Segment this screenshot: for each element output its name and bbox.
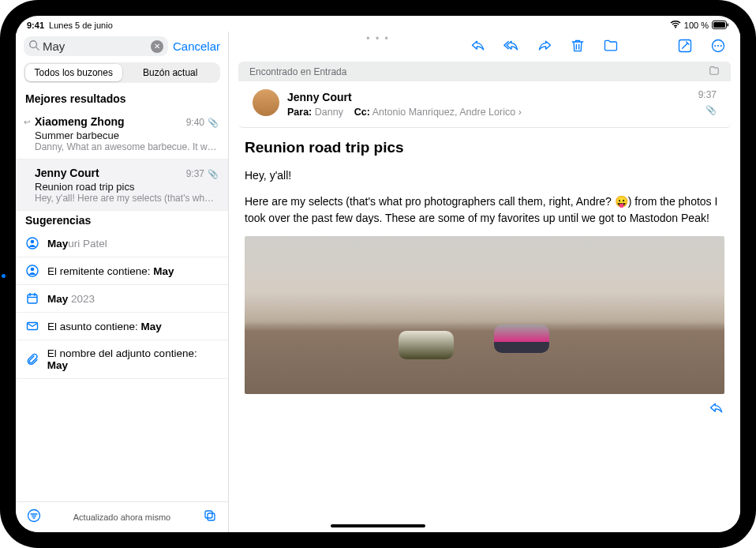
sender-name: Jenny Court	[35, 167, 99, 179]
reply-button[interactable]	[470, 38, 486, 57]
mail-icon	[25, 320, 39, 332]
header-sender-name: Jenny Court	[287, 89, 691, 105]
scope-current[interactable]: Buzón actual	[122, 64, 219, 81]
svg-rect-1	[713, 22, 725, 28]
suggestions-heading: Sugerencias	[16, 211, 228, 230]
sender-name: Xiaomeng Zhong	[35, 115, 125, 128]
attachment-icon: 📎	[208, 169, 219, 178]
email-subject: Reunion road trip pics	[245, 139, 724, 156]
move-folder-button[interactable]	[603, 38, 619, 57]
more-button[interactable]	[710, 38, 726, 57]
calendar-icon	[25, 292, 39, 305]
person-icon	[25, 237, 39, 250]
svg-rect-9	[28, 295, 37, 303]
message-subject: Summer barbecue	[35, 129, 219, 141]
message-time: 9:37	[186, 168, 204, 179]
message-header[interactable]: Jenny Court Para: Danny Cc: Antonio Manr…	[238, 81, 731, 128]
search-icon	[28, 39, 39, 53]
search-value: May	[43, 39, 65, 53]
replied-icon: ↩︎	[24, 118, 30, 126]
message-toolbar	[229, 32, 740, 62]
svg-rect-2	[728, 23, 729, 26]
filter-button[interactable]	[27, 509, 41, 526]
svg-point-23	[717, 45, 719, 47]
svg-point-6	[31, 240, 35, 244]
suggestion-subject[interactable]: El asunto contiene: May	[16, 313, 228, 340]
found-in-bar: Encontrado en Entrada	[238, 62, 731, 81]
clear-search-button[interactable]: ✕	[151, 40, 163, 53]
search-input[interactable]: May ✕	[24, 36, 168, 56]
cancel-button[interactable]: Cancelar	[173, 39, 220, 53]
stack-button[interactable]	[203, 509, 217, 526]
suggestion-date[interactable]: May 2023	[16, 285, 228, 313]
attachment-icon: 📎	[698, 105, 717, 115]
message-time: 9:40	[186, 117, 204, 128]
side-indicator-dot	[2, 274, 6, 278]
message-row[interactable]: Jenny Court 9:37📎 Reunion road trip pics…	[16, 160, 228, 211]
message-preview: Danny, What an awesome barbecue. It was …	[35, 141, 219, 152]
email-paragraph: Hey, y'all!	[245, 167, 724, 184]
compose-button[interactable]	[677, 38, 693, 57]
multitasking-dots[interactable]: • • •	[366, 33, 389, 44]
chevron-right-icon[interactable]: ›	[518, 107, 522, 118]
trash-button[interactable]	[570, 38, 586, 57]
inbox-icon	[709, 65, 720, 78]
paperclip-icon	[25, 353, 39, 366]
svg-rect-19	[208, 513, 215, 520]
battery-icon	[712, 21, 729, 31]
suggestion-attachment[interactable]: El nombre del adjunto contiene: May	[16, 340, 228, 379]
status-bar: 9:41 Lunes 5 de junio 100 %	[16, 16, 740, 32]
found-in-label: Encontrado en Entrada	[249, 66, 346, 77]
wifi-icon	[670, 21, 681, 31]
reply-button-bottom[interactable]	[709, 400, 724, 419]
top-hits-heading: Mejores resultados	[16, 89, 228, 108]
suggestion-person[interactable]: Mayuri Patel	[16, 230, 228, 257]
message-subject: Reunion road trip pics	[35, 181, 219, 193]
person-icon	[25, 265, 39, 277]
status-date: Lunes 5 de junio	[49, 21, 113, 30]
scope-segmented: Todos los buzones Buzón actual	[24, 62, 220, 83]
email-paragraph: Here are my selects (that's what pro pho…	[245, 193, 724, 227]
sender-avatar[interactable]	[253, 89, 279, 116]
reply-all-button[interactable]	[503, 38, 519, 57]
status-time: 9:41	[27, 21, 44, 30]
svg-point-24	[720, 45, 722, 47]
svg-point-22	[714, 45, 716, 47]
message-preview: Hey, y'all! Here are my selects (that's …	[35, 193, 219, 204]
svg-rect-18	[205, 511, 212, 518]
sidebar: May ✕ Cancelar Todos los buzones Buzón a…	[16, 32, 229, 532]
forward-button[interactable]	[537, 38, 552, 57]
message-pane: Encontrado en Entrada Jenny Court Para: …	[229, 32, 740, 532]
home-indicator[interactable]	[331, 524, 425, 527]
svg-line-4	[36, 47, 39, 51]
attachment-icon: 📎	[208, 118, 219, 127]
updated-text: Actualizado ahora mismo	[73, 512, 171, 522]
header-time: 9:37	[698, 89, 717, 100]
suggestion-from[interactable]: El remitente contiene: May	[16, 257, 228, 285]
svg-point-8	[31, 268, 35, 272]
battery-percent: 100 %	[684, 21, 709, 30]
message-row[interactable]: ↩︎ Xiaomeng Zhong 9:40📎 Summer barbecue …	[16, 108, 228, 160]
attached-photo[interactable]	[245, 236, 724, 394]
scope-all[interactable]: Todos los buzones	[25, 64, 122, 81]
